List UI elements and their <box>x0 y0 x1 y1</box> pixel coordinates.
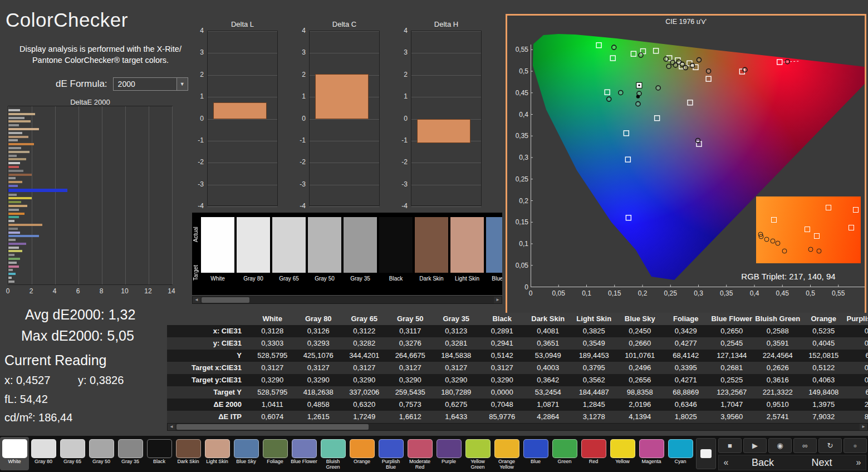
patch-button-black[interactable]: Black <box>145 437 174 470</box>
patch-color <box>581 439 606 458</box>
table-row: Target x:CIE310,31270,31270,31270,31270,… <box>167 362 868 374</box>
axis-tick-label: 3 <box>395 48 408 56</box>
table-cell: 1,2845 <box>571 399 617 411</box>
axis-tick-label: 0,4 <box>508 111 528 119</box>
patch-button-gray-65[interactable]: Gray 65 <box>58 437 87 470</box>
measurement-table: WhiteGray 80Gray 65Gray 50Gray 35BlackDa… <box>167 313 868 423</box>
table-cell: 180,7289 <box>433 386 479 399</box>
patch-button-green[interactable]: Green <box>550 437 579 470</box>
table-cell: 0,3303 <box>249 337 296 350</box>
table-scrollbar-track[interactable] <box>175 424 860 430</box>
refresh-button[interactable]: ↻ <box>818 438 842 453</box>
patch-button-moderate-red[interactable]: Moderate Red <box>405 437 434 470</box>
table-cell: 0,7048 <box>479 399 526 411</box>
status-button[interactable]: ● <box>844 438 867 453</box>
gridline <box>310 206 379 207</box>
measured-marker <box>808 247 813 252</box>
patch-color <box>201 217 234 273</box>
patch-button-label: Moderate Red <box>406 459 434 470</box>
patch-button-purplish-blue[interactable]: Purplish Blue <box>376 437 405 470</box>
patch-button-blue[interactable]: Blue <box>521 437 550 470</box>
table-cell: 0,3825 <box>571 325 617 337</box>
deltae-bar <box>8 185 18 187</box>
patch-button-red[interactable]: Red <box>579 437 608 470</box>
table-cell: 68,4142 <box>663 350 709 362</box>
patch-color <box>465 439 491 458</box>
patch-button-gray-35[interactable]: Gray 35 <box>116 437 145 470</box>
patch-button-dark-skin[interactable]: Dark Skin <box>174 437 203 470</box>
table-cell: 2,0196 <box>617 399 663 411</box>
axis-tick-label: 0 <box>6 287 10 295</box>
table-scrollbar[interactable]: ◄ ► <box>167 423 868 431</box>
patch-button-blue-sky[interactable]: Blue Sky <box>232 437 261 470</box>
gridline <box>32 106 32 284</box>
patch-button-bluish-green[interactable]: Bluish Green <box>318 437 347 470</box>
table-cell: 62 <box>847 386 868 399</box>
play-button[interactable]: ▶ <box>743 438 767 453</box>
patch-button-blue-flower[interactable]: Blue Flower <box>290 437 318 470</box>
table-cell: 0,2450 <box>617 325 663 337</box>
measured-marker <box>664 57 668 61</box>
patch-swatch: Light Skin <box>450 217 484 295</box>
table-cell: 0,3642 <box>525 374 571 386</box>
strip-scrollbar[interactable]: ◄ ► <box>192 296 502 304</box>
table-cell: 264,6675 <box>388 350 434 362</box>
measured-marker <box>776 241 781 246</box>
patch-button-light-skin[interactable]: Light Skin <box>203 437 232 470</box>
scroll-right-icon[interactable]: ► <box>860 424 867 430</box>
patch-button-purple[interactable]: Purple <box>434 437 463 470</box>
table-cell: 0,6346 <box>663 399 709 411</box>
patch-button-label: Gray 80 <box>30 459 57 470</box>
patch-button-orange[interactable]: Orange <box>347 437 376 470</box>
table-cell: 0,3429 <box>663 325 709 337</box>
axis-tick-label: 14 <box>168 287 175 295</box>
delta-bar <box>213 102 267 119</box>
chevron-down-icon[interactable]: ▼ <box>176 78 188 90</box>
patch-button-gray-50[interactable]: Gray 50 <box>87 437 116 470</box>
axis-tick-label: -4 <box>293 202 306 210</box>
column-header: Gray 50 <box>388 313 434 325</box>
next-chevron-icon[interactable]: » <box>851 458 866 468</box>
record-button[interactable]: ◉ <box>768 438 792 453</box>
axis-tick-label: 2 <box>395 71 408 78</box>
deltae-bar <box>8 109 20 111</box>
patch-button-orange-yellow[interactable]: Orange Yellow <box>492 437 521 470</box>
patch-color <box>668 439 693 458</box>
deltae-bar <box>8 216 19 218</box>
de-formula-dropdown[interactable]: 2000 ▼ <box>113 77 188 91</box>
next-button[interactable]: Next <box>792 457 851 469</box>
axis-tick-label: 0,4 <box>746 289 763 297</box>
patch-button-label: Gray 65 <box>58 459 86 470</box>
loop-button[interactable]: ∞ <box>793 438 817 453</box>
patch-swatch: Gray 35 <box>344 217 377 295</box>
axis-tick-label: 0,35 <box>508 132 528 140</box>
pattern-window-button[interactable] <box>696 438 716 469</box>
patch-button-magenta[interactable]: Magenta <box>637 437 666 470</box>
axis-tick-label: 0,05 <box>508 262 528 269</box>
patch-button-yellow-green[interactable]: Yellow Green <box>463 437 492 470</box>
patch-button-yellow[interactable]: Yellow <box>608 437 637 470</box>
patch-color <box>272 217 306 273</box>
scroll-left-icon[interactable]: ◄ <box>193 297 200 303</box>
table-cell: 127,1344 <box>709 350 755 362</box>
gridline <box>411 53 481 53</box>
patch-button-cyan[interactable]: Cyan <box>666 437 695 470</box>
de-formula-row: dE Formula: 2000 ▼ <box>56 77 188 91</box>
axis-tick-label: 0,35 <box>718 289 735 297</box>
axis-tick-label: 0 <box>192 115 204 122</box>
back-button[interactable]: Back <box>733 457 792 469</box>
cie-diagram-panel: CIE 1976 u'v' <box>506 14 866 320</box>
stop-button[interactable]: ■ <box>718 438 742 453</box>
strip-scrollbar-track[interactable] <box>200 297 494 303</box>
table-scrollbar-thumb[interactable] <box>176 424 369 430</box>
patch-button-gray-80[interactable]: Gray 80 <box>29 437 58 470</box>
table-cell: 85,9776 <box>479 411 526 423</box>
scroll-left-icon[interactable]: ◄ <box>168 424 175 430</box>
back-chevron-icon[interactable]: « <box>719 458 733 468</box>
patch-button-white[interactable]: White <box>0 437 29 470</box>
axis-tick-label: 4 <box>53 287 57 295</box>
strip-scrollbar-thumb[interactable] <box>202 297 249 303</box>
scroll-right-icon[interactable]: ► <box>494 297 502 303</box>
patch-color <box>118 439 143 458</box>
patch-button-foliage[interactable]: Foliage <box>261 437 290 470</box>
